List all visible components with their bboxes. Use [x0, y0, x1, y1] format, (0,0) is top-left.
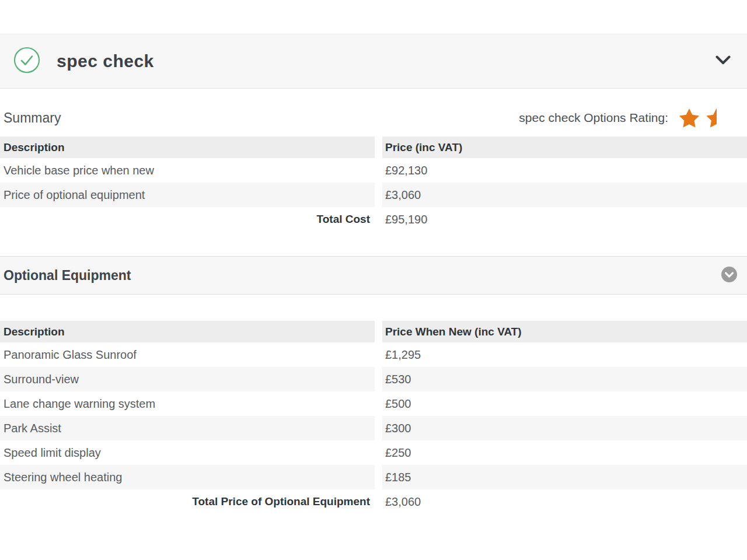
total-optional-equipment-value: £3,060	[382, 489, 747, 514]
summary-table-body: Vehicle base price when new £92,130 Pric…	[0, 158, 747, 207]
table-row: Price of optional equipment £3,060	[0, 183, 747, 207]
options-rating: spec check Options Rating:	[519, 107, 717, 129]
total-optional-equipment-label: Total Price of Optional Equipment	[0, 489, 375, 514]
row-description: Vehicle base price when new	[0, 158, 375, 183]
column-header-description: Description	[0, 321, 375, 342]
row-price: £92,130	[382, 158, 747, 183]
row-description: Park Assist	[0, 416, 375, 440]
row-description: Lane change warning system	[0, 391, 375, 416]
half-star-icon	[705, 107, 717, 129]
row-price: £500	[382, 391, 747, 416]
rating-label: spec check Options Rating:	[519, 111, 668, 125]
total-cost-value: £95,190	[382, 207, 747, 232]
row-description: Panoramic Glass Sunroof	[0, 342, 375, 367]
table-row: Park Assist £300	[0, 416, 747, 440]
table-row: Vehicle base price when new £92,130	[0, 158, 747, 183]
row-price: £250	[382, 440, 747, 465]
row-description: Speed limit display	[0, 440, 375, 465]
table-row: Speed limit display £250	[0, 440, 747, 465]
row-description: Surround-view	[0, 367, 375, 391]
total-cost-label: Total Cost	[0, 207, 375, 232]
table-row: Steering wheel heating £185	[0, 465, 747, 489]
optional-equipment-table: Description Price When New (inc VAT) Pan…	[0, 321, 747, 514]
chevron-down-icon[interactable]	[715, 55, 731, 68]
table-row: Panoramic Glass Sunroof £1,295	[0, 342, 747, 367]
row-description: Price of optional equipment	[0, 183, 375, 207]
summary-table: Description Price (inc VAT) Vehicle base…	[0, 136, 747, 232]
row-description: Steering wheel heating	[0, 465, 375, 489]
total-cost-row: Total Cost £95,190	[0, 207, 747, 232]
page-title: spec check	[57, 51, 154, 71]
table-row: Surround-view £530	[0, 367, 747, 391]
table-row: Lane change warning system £500	[0, 391, 747, 416]
optional-equipment-heading: Optional Equipment	[4, 268, 131, 284]
row-price: £530	[382, 367, 747, 391]
rating-stars	[678, 107, 717, 129]
spec-check-page: spec check Summary spec check Options Ra…	[0, 34, 747, 514]
optional-equipment-header-bar: Optional Equipment	[0, 256, 747, 295]
summary-section-head: Summary spec check Options Rating:	[0, 89, 747, 130]
total-optional-equipment-row: Total Price of Optional Equipment £3,060	[0, 489, 747, 514]
row-price: £3,060	[382, 183, 747, 207]
summary-heading: Summary	[4, 110, 61, 126]
summary-table-header-row: Description Price (inc VAT)	[0, 136, 747, 158]
row-price: £1,295	[382, 342, 747, 367]
column-header-price-when-new: Price When New (inc VAT)	[382, 321, 747, 342]
collapse-circle-chevron-icon[interactable]	[721, 267, 737, 285]
column-header-price: Price (inc VAT)	[382, 136, 747, 158]
column-header-description: Description	[0, 136, 375, 158]
optional-equipment-table-body: Panoramic Glass Sunroof £1,295 Surround-…	[0, 342, 747, 489]
optional-equipment-header-row: Description Price When New (inc VAT)	[0, 321, 747, 342]
row-price: £300	[382, 416, 747, 440]
star-icon	[678, 107, 701, 129]
spec-check-header-bar: spec check	[0, 34, 747, 89]
row-price: £185	[382, 465, 747, 489]
check-circle-icon	[13, 47, 40, 76]
